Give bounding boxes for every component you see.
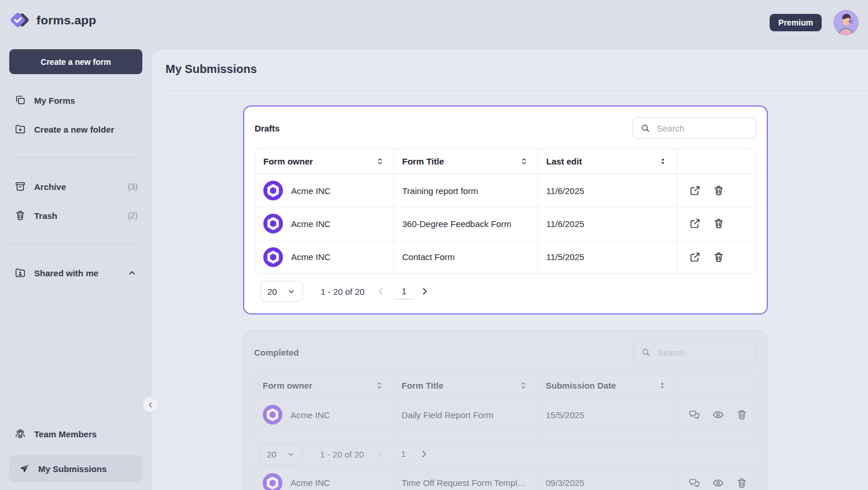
view-button[interactable] xyxy=(712,408,724,421)
column-header-last-edit[interactable]: Last edit xyxy=(538,149,677,174)
last-edit-date: 11/5/2025 xyxy=(546,252,584,262)
sort-icon-active[interactable] xyxy=(657,156,668,167)
sidebar-item-archive[interactable]: Archive (3) xyxy=(9,172,142,201)
delete-button[interactable] xyxy=(712,217,725,230)
paper-plane-icon xyxy=(19,463,31,475)
completed-table: Form owner Form Title Submission Date Ac… xyxy=(254,372,757,443)
submission-date: 09/3/2025 xyxy=(546,478,584,488)
next-page-button[interactable] xyxy=(419,286,431,297)
comments-button[interactable] xyxy=(688,408,701,421)
drafts-search[interactable] xyxy=(632,117,756,139)
current-page-number[interactable]: 1 xyxy=(395,284,413,299)
search-icon xyxy=(640,123,651,134)
form-title: Daily Field Report Form xyxy=(402,410,493,420)
sidebar-divider xyxy=(9,244,142,244)
app-header: forms.app Premium xyxy=(0,0,868,49)
open-form-button[interactable] xyxy=(689,217,701,230)
create-new-form-button[interactable]: Create a new form xyxy=(9,49,142,74)
column-header-actions xyxy=(677,149,756,174)
table-row-partial xyxy=(255,432,756,443)
sort-icon[interactable] xyxy=(374,156,385,167)
delete-button[interactable] xyxy=(712,184,725,197)
drafts-pagination: 20 1 - 20 of 20 1 xyxy=(255,280,756,303)
drafts-search-input[interactable] xyxy=(657,123,749,133)
column-header-actions xyxy=(676,373,756,398)
forms-app-logo-icon xyxy=(9,12,31,29)
archive-count: (3) xyxy=(128,182,138,191)
title-divider xyxy=(165,90,868,91)
page-title: My Submissions xyxy=(165,63,257,76)
chevron-down-icon xyxy=(286,449,296,459)
sidebar-divider xyxy=(9,158,142,158)
last-edit-date: 11/6/2025 xyxy=(546,219,584,229)
completed-pagination: 20 1 - 20 of 20 1 xyxy=(254,443,757,466)
form-owner-avatar xyxy=(263,214,283,233)
sidebar-item-trash[interactable]: Trash (2) xyxy=(9,201,142,230)
completed-title: Completed xyxy=(254,348,299,357)
chevron-up-icon[interactable] xyxy=(126,267,138,279)
table-row[interactable]: Acme INC Contact Form 11/5/2025 xyxy=(255,240,756,273)
sidebar-item-my-submissions-active[interactable]: My Submissions xyxy=(9,455,142,482)
column-header-form-title[interactable]: Form Title xyxy=(393,373,538,398)
previous-page-button[interactable] xyxy=(374,448,386,460)
completed-table-continued: Acme INC Time Off Request Form Template … xyxy=(254,466,757,490)
search-icon xyxy=(641,347,652,358)
form-owner-avatar xyxy=(263,247,283,267)
table-row[interactable]: Acme INC Time Off Request Form Template … xyxy=(255,466,756,490)
drafts-title: Drafts xyxy=(255,123,279,133)
sort-icon[interactable] xyxy=(374,380,385,391)
brand-logo[interactable]: forms.app xyxy=(9,12,96,29)
chevron-down-icon xyxy=(286,287,296,297)
table-row[interactable]: Acme INC Daily Field Report Form 15/5/20… xyxy=(255,398,756,432)
open-form-button[interactable] xyxy=(689,184,701,197)
sidebar-item-team-members[interactable]: Team Members xyxy=(9,419,142,448)
comments-button[interactable] xyxy=(688,477,701,489)
trash-icon xyxy=(14,209,27,222)
completed-search-input[interactable] xyxy=(657,348,749,357)
forms-stack-icon xyxy=(14,94,27,107)
table-row[interactable]: Acme INC Training report form 11/6/2025 xyxy=(255,174,756,207)
form-owner-avatar xyxy=(263,473,282,490)
next-page-button[interactable] xyxy=(418,448,430,460)
sidebar-item-my-forms[interactable]: My Forms xyxy=(9,86,142,115)
sort-icon-active[interactable] xyxy=(657,380,668,391)
form-title: 360-Degree Feedback Form xyxy=(402,219,511,229)
collapse-sidebar-button[interactable] xyxy=(142,397,159,413)
previous-page-button[interactable] xyxy=(375,286,387,297)
submission-date: 15/5/2025 xyxy=(546,410,584,420)
sort-icon[interactable] xyxy=(518,156,529,167)
sidebar-item-create-folder[interactable]: Create a new folder xyxy=(9,115,142,144)
premium-button[interactable]: Premium xyxy=(770,14,822,31)
delete-button[interactable] xyxy=(735,408,748,421)
column-header-form-owner[interactable]: Form owner xyxy=(255,149,394,174)
user-avatar[interactable] xyxy=(833,10,859,35)
delete-button[interactable] xyxy=(712,251,725,264)
sort-icon[interactable] xyxy=(518,380,529,391)
form-title: Time Off Request Form Template xyxy=(402,478,529,488)
last-edit-date: 11/6/2025 xyxy=(546,186,584,196)
drafts-table-header: Form owner Form Title Last edit xyxy=(255,149,756,174)
sidebar-item-shared-with-me[interactable]: Shared with me xyxy=(9,258,142,287)
main-panel: My Submissions Drafts Form owner Form Ti… xyxy=(152,49,868,490)
column-header-form-owner[interactable]: Form owner xyxy=(255,373,393,398)
shared-folder-icon xyxy=(14,266,27,279)
brand-name: forms.app xyxy=(36,13,96,27)
pagination-range: 1 - 20 of 20 xyxy=(321,287,365,297)
completed-search[interactable] xyxy=(633,341,757,363)
table-row[interactable]: Acme INC 360-Degree Feedback Form 11/6/2… xyxy=(255,207,756,240)
completed-table-header: Form owner Form Title Submission Date xyxy=(255,373,756,398)
completed-card: Completed Form owner Form Title Submissi… xyxy=(243,330,768,490)
form-title: Training report form xyxy=(402,186,478,196)
column-header-submission-date[interactable]: Submission Date xyxy=(538,373,676,398)
sidebar: Create a new form My Forms Create a new … xyxy=(0,49,152,490)
drafts-card: Drafts Form owner Form Title Last edit xyxy=(243,105,768,315)
open-form-button[interactable] xyxy=(689,251,701,264)
page-size-select[interactable]: 20 xyxy=(260,444,303,465)
drafts-table: Form owner Form Title Last edit Acme INC xyxy=(255,148,756,274)
archive-icon xyxy=(14,180,27,193)
view-button[interactable] xyxy=(712,477,724,489)
column-header-form-title[interactable]: Form Title xyxy=(394,149,538,174)
current-page-number[interactable]: 1 xyxy=(394,447,413,462)
page-size-select[interactable]: 20 xyxy=(260,281,303,302)
delete-button[interactable] xyxy=(735,477,748,489)
